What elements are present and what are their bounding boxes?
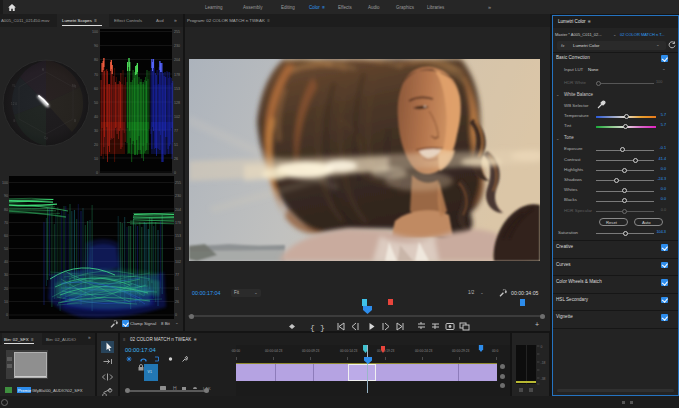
svg-text:-38: -38 xyxy=(541,377,546,381)
svg-text:204: 204 xyxy=(174,58,180,62)
svg-text:60: 60 xyxy=(4,234,8,238)
svg-text:Cy: Cy xyxy=(44,136,48,140)
svg-text:128: 128 xyxy=(175,247,181,251)
svg-text:20: 20 xyxy=(94,143,98,147)
svg-text:128: 128 xyxy=(174,101,180,105)
svg-text:30: 30 xyxy=(4,273,8,277)
svg-text:0: 0 xyxy=(541,345,543,349)
svg-text:100: 100 xyxy=(2,181,8,185)
svg-text:70: 70 xyxy=(4,221,8,225)
svg-text:70: 70 xyxy=(94,73,98,77)
svg-text:153: 153 xyxy=(175,234,181,238)
svg-text:50: 50 xyxy=(4,247,8,251)
svg-text:Mg: Mg xyxy=(72,84,76,88)
svg-text:204: 204 xyxy=(175,208,181,212)
svg-text:102: 102 xyxy=(174,115,180,119)
svg-text:-18: -18 xyxy=(541,361,546,365)
svg-text:77: 77 xyxy=(175,273,179,277)
svg-text:10: 10 xyxy=(4,300,8,304)
svg-text:77: 77 xyxy=(174,129,178,133)
svg-text:0: 0 xyxy=(175,313,177,317)
svg-text:255: 255 xyxy=(175,181,181,185)
svg-text:178: 178 xyxy=(174,73,180,77)
svg-text:255: 255 xyxy=(174,30,180,34)
svg-text:12 0: 12 0 xyxy=(11,102,17,106)
svg-text:{: { xyxy=(310,323,315,332)
svg-text:80: 80 xyxy=(4,208,8,212)
svg-text:60: 60 xyxy=(94,87,98,91)
svg-text:90: 90 xyxy=(94,44,98,48)
svg-text:B: B xyxy=(74,119,76,123)
svg-text:30: 30 xyxy=(94,129,98,133)
svg-text:}: } xyxy=(320,323,325,332)
svg-text:80: 80 xyxy=(94,58,98,62)
svg-text:10: 10 xyxy=(94,157,98,161)
svg-text:90: 90 xyxy=(4,194,8,198)
svg-text:153: 153 xyxy=(174,87,180,91)
svg-text:26: 26 xyxy=(174,157,178,161)
svg-text:51: 51 xyxy=(174,143,178,147)
svg-text:230: 230 xyxy=(175,194,181,198)
svg-text:100: 100 xyxy=(92,30,98,34)
svg-text:51: 51 xyxy=(175,287,179,291)
svg-text:YL: YL xyxy=(12,84,16,88)
svg-text:178: 178 xyxy=(175,221,181,225)
svg-text:40: 40 xyxy=(94,115,98,119)
svg-text:230: 230 xyxy=(174,44,180,48)
svg-text:40: 40 xyxy=(4,260,8,264)
svg-text:50: 50 xyxy=(94,101,98,105)
svg-text:20: 20 xyxy=(4,287,8,291)
svg-text:26: 26 xyxy=(175,300,179,304)
svg-text:102: 102 xyxy=(175,260,181,264)
svg-text:0: 0 xyxy=(6,313,8,317)
